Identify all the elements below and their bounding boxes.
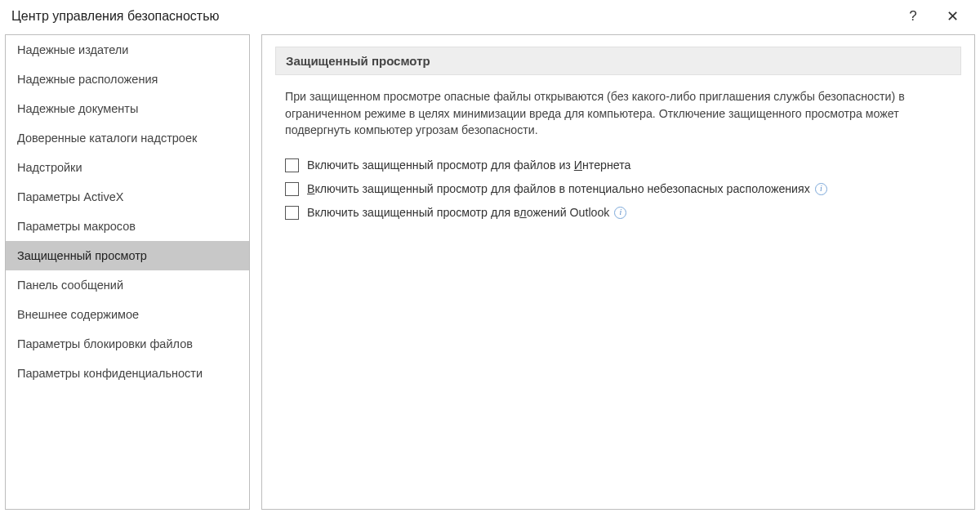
sidebar-item-4[interactable]: Надстройки	[6, 153, 249, 182]
info-icon[interactable]: i	[815, 183, 827, 195]
help-button[interactable]: ?	[897, 7, 929, 26]
option-row-1: Включить защищенный просмотр для файлов …	[285, 177, 951, 201]
sidebar-item-11[interactable]: Параметры конфиденциальности	[6, 359, 249, 388]
sidebar-item-6[interactable]: Параметры макросов	[6, 212, 249, 241]
window-title: Центр управления безопасностью	[11, 9, 220, 24]
main-panel: Защищенный просмотр При защищенном просм…	[261, 34, 975, 510]
option-label-0[interactable]: Включить защищенный просмотр для файлов …	[307, 158, 630, 172]
option-row-2: Включить защищенный просмотр для вложени…	[285, 201, 951, 225]
sidebar-item-8[interactable]: Панель сообщений	[6, 270, 249, 300]
sidebar-item-2[interactable]: Надежные документы	[6, 94, 249, 123]
sidebar-item-0[interactable]: Надежные издатели	[6, 35, 249, 65]
sidebar-item-9[interactable]: Внешнее содержимое	[6, 300, 249, 329]
sidebar-item-7[interactable]: Защищенный просмотр	[6, 241, 249, 270]
sidebar-item-1[interactable]: Надежные расположения	[6, 65, 249, 94]
option-row-0: Включить защищенный просмотр для файлов …	[285, 154, 951, 177]
section-description: При защищенном просмотре опасные файлы о…	[275, 75, 961, 154]
titlebar: Центр управления безопасностью ? ✕	[0, 0, 980, 34]
section-header: Защищенный просмотр	[275, 47, 961, 75]
close-button[interactable]: ✕	[936, 7, 969, 26]
sidebar-item-10[interactable]: Параметры блокировки файлов	[6, 329, 249, 359]
option-label-1[interactable]: Включить защищенный просмотр для файлов …	[307, 182, 810, 195]
checkbox-1[interactable]	[285, 182, 299, 196]
dialog-body: Надежные издателиНадежные расположенияНа…	[0, 34, 980, 513]
checkbox-2[interactable]	[285, 206, 299, 220]
sidebar-item-3[interactable]: Доверенные каталоги надстроек	[6, 123, 249, 153]
checkbox-0[interactable]	[285, 158, 299, 172]
sidebar: Надежные издателиНадежные расположенияНа…	[5, 34, 250, 510]
sidebar-item-5[interactable]: Параметры ActiveX	[6, 182, 249, 212]
info-icon[interactable]: i	[614, 207, 626, 219]
option-label-2[interactable]: Включить защищенный просмотр для вложени…	[307, 206, 609, 219]
options-group: Включить защищенный просмотр для файлов …	[275, 154, 961, 225]
